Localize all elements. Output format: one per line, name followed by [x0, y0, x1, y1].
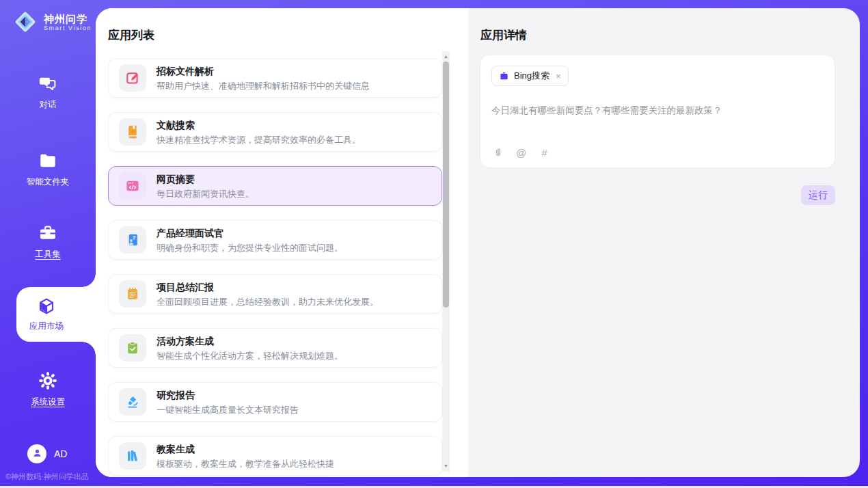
scrollbar[interactable]: ▲ ▼ [442, 51, 450, 472]
app-card-title: 网页摘要 [157, 174, 254, 185]
app-detail-title: 应用详情 [480, 27, 527, 43]
toolbox-icon [38, 223, 57, 243]
app-icon-tile [119, 334, 146, 362]
app-card-description: 智能生成个性化活动方案，轻松解决规划难题。 [157, 351, 343, 361]
brand-logo: 神州问学 Smart Vision [12, 9, 92, 35]
sidebar-item-label: 系统设置 [31, 396, 65, 408]
at-icon[interactable]: @ [515, 147, 527, 159]
app-card-text: 研究报告一键智能生成高质量长文本研究报告 [157, 390, 299, 415]
app-card-lesson-plan[interactable]: 教案生成模板驱动，教案生成，教学准备从此轻松快捷 [108, 436, 442, 476]
app-card-title: 教案生成 [157, 444, 334, 455]
app-window: 神州问学 Smart Vision 对话智能文件夹工具集应用市场系统设置 AD … [0, 0, 868, 488]
app-card-pm-interviewer[interactable]: 产品经理面试官明确身份和职责，为您提供专业性的面试问题。 [108, 220, 442, 260]
app-card-text: 教案生成模板驱动，教案生成，教学准备从此轻松快捷 [157, 444, 334, 469]
sidebar-item-chat[interactable]: 对话 [0, 74, 96, 111]
prompt-card: Bing搜索 × 今日湖北有哪些新闻要点？有哪些需要关注的最新政策？ @# [480, 55, 835, 168]
browser-code-icon [125, 178, 140, 193]
sidebar-item-settings[interactable]: 系统设置 [0, 371, 96, 408]
sidebar-item-smart-folder[interactable]: 智能文件夹 [0, 151, 96, 188]
scrollbar-up-icon[interactable]: ▲ [442, 53, 450, 60]
app-card-research-report[interactable]: 研究报告一键智能生成高质量长文本研究报告 [108, 382, 442, 422]
sidebar-item-app-market[interactable]: 应用市场 [16, 287, 96, 342]
paperclip-icon[interactable] [492, 147, 504, 159]
resume-icon [125, 232, 140, 247]
app-card-title: 项目总结汇报 [157, 282, 379, 293]
app-card-bid-doc-parse[interactable]: 招标文件解析帮助用户快速、准确地理解和解析招标书中的关键信息 [108, 58, 442, 98]
folder-icon [38, 151, 57, 170]
app-card-description: 快速精准查找学术资源，提高研究效率的必备工具。 [157, 135, 361, 145]
brand-text: 神州问学 Smart Vision [44, 13, 92, 31]
tool-tag-label: Bing搜索 [514, 70, 550, 82]
app-card-event-plan[interactable]: 活动方案生成智能生成个性化活动方案，轻松解决规划难题。 [108, 328, 442, 368]
sidebar-item-inner: 智能文件夹 [0, 151, 96, 188]
avatar [27, 444, 46, 463]
run-button[interactable]: 运行 [801, 185, 835, 205]
app-card-project-summary[interactable]: 项目总结汇报全面回顾项目进展，总结经验教训，助力未来优化发展。 [108, 274, 442, 314]
main-content: 应用列表 招标文件解析帮助用户快速、准确地理解和解析招标书中的关键信息文献搜索快… [96, 8, 860, 477]
app-card-description: 明确身份和职责，为您提供专业性的面试问题。 [157, 243, 343, 253]
app-icon-tile [119, 442, 146, 470]
user-row[interactable]: AD [27, 444, 67, 463]
app-card-list: 招标文件解析帮助用户快速、准确地理解和解析招标书中的关键信息文献搜索快速精准查找… [108, 58, 442, 477]
books-icon [125, 448, 140, 463]
app-card-title: 产品经理面试官 [157, 228, 343, 239]
scrollbar-down-icon[interactable]: ▼ [442, 463, 450, 470]
sidebar-item-inner: 系统设置 [0, 371, 96, 408]
copyright-text: ©神州数码·神州问学出品 [5, 472, 89, 482]
scrollbar-thumb[interactable] [443, 62, 449, 308]
person-icon [31, 447, 43, 461]
app-card-text: 网页摘要每日政府新闻资讯快查。 [157, 174, 254, 199]
report-note-icon [125, 286, 140, 301]
brand-subtitle: Smart Vision [44, 25, 92, 31]
app-card-text: 产品经理面试官明确身份和职责，为您提供专业性的面试问题。 [157, 228, 343, 253]
app-card-description: 每日政府新闻资讯快查。 [157, 189, 254, 199]
app-icon-tile [119, 64, 146, 92]
sidebar-item-label: 对话 [40, 99, 57, 111]
app-list-title: 应用列表 [108, 27, 154, 43]
app-card-text: 文献搜索快速精准查找学术资源，提高研究效率的必备工具。 [157, 120, 361, 145]
hash-icon[interactable]: # [539, 147, 550, 159]
tag-close-icon[interactable]: × [556, 71, 561, 81]
app-card-description: 全面回顾项目进展，总结经验教训，助力未来优化发展。 [157, 297, 379, 307]
book-icon [125, 124, 140, 139]
app-icon-tile [119, 280, 146, 308]
input-toolbar: @# [492, 147, 550, 159]
app-card-description: 模板驱动，教案生成，教学准备从此轻松快捷 [157, 459, 334, 469]
run-row: 运行 [480, 185, 835, 205]
app-card-title: 活动方案生成 [157, 336, 343, 347]
app-card-literature-search[interactable]: 文献搜索快速精准查找学术资源，提高研究效率的必备工具。 [108, 112, 442, 152]
app-card-text: 招标文件解析帮助用户快速、准确地理解和解析招标书中的关键信息 [157, 66, 370, 91]
sidebar-item-toolset[interactable]: 工具集 [0, 223, 96, 260]
brand-name: 神州问学 [44, 13, 92, 25]
app-detail-panel: 应用详情 Bing搜索 × 今日湖北有哪些新闻要点？有哪些需要关注的最新政策？ … [468, 8, 860, 477]
app-icon-tile [119, 226, 146, 254]
prompt-question-text[interactable]: 今日湖北有哪些新闻要点？有哪些需要关注的最新政策？ [491, 104, 824, 117]
microscope-icon [125, 394, 140, 409]
app-card-text: 活动方案生成智能生成个性化活动方案，轻松解决规划难题。 [157, 336, 343, 361]
cube-icon [37, 297, 56, 316]
app-card-title: 文献搜索 [157, 120, 361, 131]
pencil-square-icon [125, 70, 140, 85]
app-card-title: 研究报告 [157, 390, 299, 401]
app-card-description: 一键智能生成高质量长文本研究报告 [157, 405, 299, 415]
app-icon-tile [119, 172, 146, 200]
briefcase-icon [499, 71, 509, 81]
user-initials: AD [54, 448, 67, 459]
chat-icon [38, 74, 57, 93]
sidebar: 神州问学 Smart Vision 对话智能文件夹工具集应用市场系统设置 AD … [0, 0, 96, 488]
sidebar-item-label: 工具集 [35, 249, 61, 260]
sidebar-item-label: 智能文件夹 [27, 176, 70, 188]
app-card-title: 招标文件解析 [157, 66, 370, 77]
app-card-description: 帮助用户快速、准确地理解和解析招标书中的关键信息 [157, 81, 370, 91]
sidebar-item-label: 应用市场 [29, 321, 64, 332]
sidebar-item-inner: 对话 [0, 74, 96, 111]
diamond-logo-icon [12, 9, 38, 35]
tool-tag-bing-search[interactable]: Bing搜索 × [491, 66, 569, 86]
sidebar-item-inner: 工具集 [0, 223, 96, 260]
app-icon-tile [119, 118, 146, 146]
app-card-text: 项目总结汇报全面回顾项目进展，总结经验教训，助力未来优化发展。 [157, 282, 379, 307]
clipboard-check-icon [125, 340, 140, 355]
app-card-web-summary[interactable]: 网页摘要每日政府新闻资讯快查。 [108, 166, 442, 206]
app-list-panel: 应用列表 招标文件解析帮助用户快速、准确地理解和解析招标书中的关键信息文献搜索快… [96, 8, 468, 477]
sidebar-item-inner: 应用市场 [16, 287, 77, 342]
